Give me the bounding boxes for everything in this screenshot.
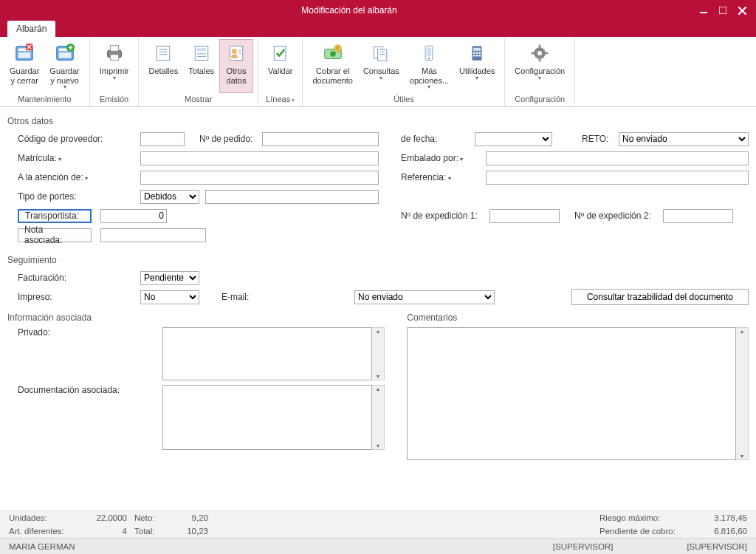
footer-total-label: Total: bbox=[134, 527, 171, 536]
chevron-down-icon: ▾ bbox=[379, 76, 382, 81]
imprimir-button[interactable]: Imprimir ▾ bbox=[94, 39, 134, 93]
svg-rect-1 bbox=[719, 7, 726, 14]
guardar-cerrar-button[interactable]: Guardar y cerrar bbox=[4, 39, 44, 93]
otros-datos-button[interactable]: Otros datos bbox=[219, 39, 253, 93]
svg-rect-46 bbox=[473, 55, 475, 56]
scrollbar[interactable]: ▴▾ bbox=[736, 327, 749, 460]
matricula-input[interactable] bbox=[140, 151, 379, 165]
chevron-down-icon: ▾ bbox=[475, 76, 478, 81]
transportista-input[interactable] bbox=[100, 209, 167, 223]
svg-rect-13 bbox=[110, 46, 118, 52]
status-supervisor-1: [SUPERVISOR] bbox=[553, 542, 614, 551]
nota-asociada-input[interactable] bbox=[100, 228, 206, 242]
group-lineas-label[interactable]: Líneas bbox=[263, 93, 298, 105]
footer: Unidades:22,0000 Neto:9,20 Riesgo máximo… bbox=[0, 510, 756, 554]
svg-point-50 bbox=[537, 51, 542, 55]
svg-text:€: € bbox=[336, 46, 339, 51]
svg-rect-53 bbox=[532, 52, 535, 55]
totals-icon bbox=[190, 41, 213, 65]
email-select[interactable]: No enviado bbox=[354, 290, 495, 304]
label-tipo-portes: Tipo de portes: bbox=[7, 191, 140, 202]
status-user: MARIA GERMAN bbox=[9, 542, 75, 551]
save-new-icon bbox=[53, 41, 77, 65]
svg-rect-47 bbox=[476, 55, 478, 56]
footer-pendiente-value: 6.816,60 bbox=[695, 527, 747, 536]
facturacion-select[interactable]: Pendiente bbox=[140, 271, 199, 285]
footer-neto-value: 9,20 bbox=[171, 513, 208, 522]
tab-strip: Albarán bbox=[0, 21, 756, 37]
group-config-label: Configuración bbox=[509, 93, 570, 105]
ribbon: Guardar y cerrar Guardar y nuevo ▾ Mante… bbox=[0, 37, 756, 107]
consultas-button[interactable]: Consultas ▾ bbox=[358, 39, 405, 93]
consultas-icon bbox=[369, 41, 393, 65]
phone-icon bbox=[417, 41, 441, 65]
section-otros-datos: Otros datos bbox=[7, 116, 749, 126]
group-utiles-label: Útiles bbox=[307, 93, 500, 105]
svg-rect-42 bbox=[473, 48, 481, 51]
mas-opciones-button[interactable]: Más opciones... ▾ bbox=[405, 39, 454, 93]
n-exp1-input[interactable] bbox=[489, 209, 560, 223]
minimize-button[interactable] bbox=[694, 0, 713, 21]
gear-icon bbox=[528, 41, 551, 65]
footer-neto-label: Neto: bbox=[134, 513, 171, 522]
footer-total-value: 10,23 bbox=[171, 527, 208, 536]
label-matricula[interactable]: Matrícula: bbox=[7, 153, 140, 163]
svg-rect-29 bbox=[274, 46, 286, 60]
other-data-icon bbox=[224, 41, 248, 65]
footer-riesgo-label: Riesgo máximo: bbox=[599, 513, 695, 522]
privado-textarea[interactable] bbox=[162, 327, 372, 380]
calculator-icon bbox=[465, 41, 489, 65]
maximize-button[interactable] bbox=[713, 0, 732, 21]
svg-point-25 bbox=[232, 49, 237, 54]
tipo-portes-extra-input[interactable] bbox=[205, 190, 379, 204]
scrollbar[interactable]: ▴▾ bbox=[372, 385, 385, 450]
de-fecha-select[interactable] bbox=[475, 132, 552, 146]
label-n-pedido: Nº de pedido: bbox=[199, 134, 262, 144]
guardar-nuevo-button[interactable]: Guardar y nuevo ▾ bbox=[44, 39, 84, 93]
svg-point-15 bbox=[118, 52, 120, 53]
label-referencia[interactable]: Referencia: bbox=[401, 172, 486, 182]
svg-point-40 bbox=[428, 58, 430, 59]
label-facturacion: Facturación: bbox=[7, 273, 140, 283]
svg-rect-43 bbox=[473, 52, 475, 53]
label-reto: RETO: bbox=[582, 134, 619, 144]
svg-rect-14 bbox=[110, 55, 118, 61]
svg-rect-21 bbox=[196, 48, 205, 51]
totales-button[interactable]: Totales bbox=[183, 39, 219, 93]
reto-select[interactable]: No enviado bbox=[619, 132, 749, 146]
referencia-input[interactable] bbox=[486, 171, 749, 185]
label-de-fecha: de fecha: bbox=[401, 134, 475, 144]
validar-button[interactable]: Validar bbox=[263, 39, 298, 93]
tipo-portes-select[interactable]: Debidos bbox=[140, 190, 199, 204]
close-button[interactable] bbox=[732, 0, 752, 21]
trazabilidad-button[interactable]: Consultar trazabilidad del documento bbox=[571, 289, 749, 305]
embalado-por-input[interactable] bbox=[486, 151, 749, 165]
svg-rect-35 bbox=[378, 49, 387, 61]
status-supervisor-2: [SUPERVISOR] bbox=[687, 542, 747, 551]
atencion-de-input[interactable] bbox=[140, 171, 379, 185]
scrollbar[interactable]: ▴▾ bbox=[372, 327, 385, 380]
transportista-button[interactable]: Transportista: bbox=[18, 209, 92, 223]
cash-icon: € bbox=[321, 41, 345, 65]
footer-artdif-label: Art. diferentes: bbox=[9, 527, 75, 536]
cobrar-button[interactable]: € Cobrar el documento bbox=[307, 39, 357, 93]
codigo-proveedor-input[interactable] bbox=[140, 132, 185, 146]
n-pedido-input[interactable] bbox=[262, 132, 379, 146]
detalles-button[interactable]: Detalles bbox=[143, 39, 183, 93]
label-email: E-mail: bbox=[221, 292, 354, 302]
n-exp2-input[interactable] bbox=[663, 209, 733, 223]
svg-rect-6 bbox=[18, 52, 31, 58]
label-atencion-de[interactable]: A la atención de: bbox=[7, 172, 140, 182]
footer-riesgo-value: 3.178,45 bbox=[695, 513, 747, 522]
impreso-select[interactable]: No bbox=[140, 290, 199, 304]
utilidades-button[interactable]: Utilidades ▾ bbox=[454, 39, 500, 93]
svg-rect-16 bbox=[157, 46, 171, 60]
printer-icon bbox=[103, 41, 126, 65]
configuracion-button[interactable]: Configuración ▾ bbox=[509, 39, 570, 93]
group-mostrar-label: Mostrar bbox=[143, 93, 253, 105]
doc-asociada-textarea[interactable] bbox=[162, 385, 372, 450]
label-embalado-por[interactable]: Embalado por: bbox=[401, 153, 486, 163]
tab-albaran[interactable]: Albarán bbox=[7, 21, 55, 37]
comentarios-textarea[interactable] bbox=[407, 327, 736, 460]
nota-asociada-button[interactable]: Nota asociada: bbox=[18, 228, 92, 242]
